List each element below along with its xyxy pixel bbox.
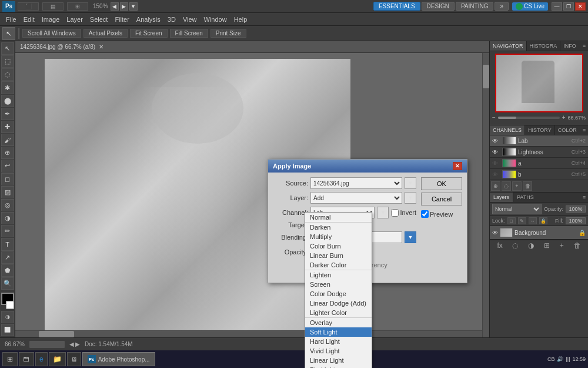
dropdown-item-overlay[interactable]: Overlay [305, 318, 372, 327]
source-arrow[interactable]: ▼ [405, 177, 416, 189]
dropdown-item-darken[interactable]: Darken [305, 223, 372, 232]
channel-eye-lightness[interactable]: 👁 [492, 149, 500, 155]
healing-tool[interactable]: ✚ [1, 121, 14, 133]
lock-position-btn[interactable]: ↔ [529, 217, 537, 224]
dodge-tool[interactable]: ◑ [1, 212, 14, 224]
channel-eye-lab[interactable]: 👁 [492, 138, 500, 144]
zoom-tool[interactable]: 🔍 [1, 277, 14, 290]
lock-transparent-btn[interactable]: □ [507, 217, 516, 224]
design-btn[interactable]: DESIGN [422, 2, 455, 11]
history-tab[interactable]: HISTORY [525, 125, 555, 135]
path-select-tool[interactable]: ↗ [1, 251, 14, 264]
taskbar-photoshop[interactable]: Ps Adobe Photoshop... [82, 352, 155, 366]
panel-menu-icon[interactable]: ≡ [580, 41, 588, 51]
brush-tool[interactable]: 🖌 [1, 134, 14, 146]
background-color[interactable] [6, 301, 14, 309]
taskbar-monitor[interactable]: 🖥 [67, 352, 81, 366]
quick-select-tool[interactable]: ✱ [1, 81, 14, 94]
dropdown-item-darker-color[interactable]: Darker Color [305, 260, 372, 270]
layers-tab[interactable]: Layers [490, 193, 513, 202]
quick-mask-btn[interactable]: ◑ [1, 311, 14, 323]
move-tool[interactable]: ↖ [1, 42, 14, 55]
dropdown-item-vivid-light[interactable]: Vivid Light [305, 346, 372, 356]
scroll-right-btn[interactable]: ▶ [75, 341, 80, 347]
scroll-all-btn[interactable]: Scroll All Windows [22, 29, 81, 38]
delete-channel-btn[interactable]: 🗑 [523, 181, 532, 191]
zoom-in-icon[interactable]: + [562, 114, 566, 121]
start-btn[interactable]: ⊞ [2, 352, 18, 366]
tool-arrow-icon[interactable]: ↖ [2, 27, 15, 40]
new-layer-btn[interactable]: + [560, 241, 564, 250]
menu-layer[interactable]: Layer [63, 15, 86, 24]
add-fx-btn[interactable]: fx [497, 241, 502, 250]
new-group-btn[interactable]: ⊞ [544, 241, 550, 250]
channel-eye-b[interactable]: 👁 [492, 171, 500, 178]
histogram-tab[interactable]: HISTOGRA [527, 41, 561, 51]
zoom-slider[interactable] [498, 117, 560, 119]
minimize-btn[interactable]: — [552, 2, 562, 11]
layer-row-background[interactable]: 👁 Background 🔒 [490, 226, 588, 240]
essentials-btn[interactable]: ESSENTIALS [373, 2, 420, 11]
layers-blend-select[interactable]: Normal [492, 204, 542, 214]
delete-layer-btn[interactable]: 🗑 [574, 241, 581, 250]
dropdown-item-linear-light[interactable]: Linear Light [305, 356, 372, 365]
menu-analysis[interactable]: Analysis [133, 15, 164, 24]
screen-mode-btn[interactable]: ⬜ [1, 324, 14, 336]
dropdown-item-hard-light[interactable]: Hard Light [305, 337, 372, 346]
actual-pixels-btn[interactable]: Actual Pixels [83, 29, 128, 38]
crop-tool[interactable]: ⬤ [1, 95, 14, 107]
opacity-input[interactable] [566, 205, 586, 213]
horizontal-scrollbar[interactable] [15, 330, 482, 337]
dropdown-item-screen[interactable]: Screen [305, 280, 372, 289]
menu-3d[interactable]: 3D [164, 15, 179, 24]
history-brush-tool[interactable]: ↩ [1, 160, 14, 172]
dropdown-item-color-dodge[interactable]: Color Dodge [305, 289, 372, 299]
layers-menu-icon[interactable]: ≡ [580, 193, 588, 202]
lock-all-btn[interactable]: 🔒 [539, 217, 547, 224]
menu-image[interactable]: Image [38, 15, 64, 24]
blending-arrow[interactable]: ▼ [405, 231, 416, 243]
fit-screen-btn[interactable]: Fit Screen [130, 29, 168, 38]
eraser-tool[interactable]: ◻ [1, 173, 14, 185]
menu-edit[interactable]: Edit [20, 15, 38, 24]
channel-row-lab[interactable]: 👁 Lab Ctrl+2 [490, 135, 588, 147]
cs-live-btn[interactable]: CS Live [512, 2, 548, 11]
dialog-close-btn[interactable]: ✕ [453, 162, 462, 170]
info-tab[interactable]: INFO [560, 41, 579, 51]
channels-tab[interactable]: CHANNELS [490, 125, 525, 135]
restore-btn[interactable]: ❐ [563, 2, 574, 11]
dialog-cancel-btn[interactable]: Cancel [421, 193, 462, 205]
layer-eye-icon[interactable]: 👁 [492, 230, 498, 236]
taskbar-show-desktop[interactable]: 🗔 [19, 352, 34, 366]
dropdown-item-soft-light[interactable]: Soft Light [305, 327, 372, 337]
dropdown-item-normal[interactable]: Normal [305, 213, 372, 222]
layer-select[interactable]: Add Subtract [310, 192, 402, 204]
scrollbar-thumb[interactable] [483, 65, 489, 88]
add-mask-btn[interactable]: ◌ [512, 241, 518, 250]
new-adjustment-btn[interactable]: ◑ [528, 241, 534, 250]
dropdown-item-pin-light[interactable]: Pin Light [305, 365, 372, 368]
channel-arrow[interactable]: ▼ [377, 207, 389, 218]
dropdown-item-lighten[interactable]: Lighten [305, 270, 372, 280]
zoom-out-icon[interactable]: − [492, 114, 496, 121]
channel-to-selection-btn[interactable]: ⊕ [491, 181, 500, 191]
more-workspaces-btn[interactable]: » [495, 2, 509, 11]
zoom-down-btn[interactable]: ◀ [111, 2, 119, 11]
channel-row-b[interactable]: 👁 b Ctrl+5 [490, 169, 588, 180]
channel-eye-a[interactable]: 👁 [492, 160, 500, 167]
lasso-tool[interactable]: ◌ [1, 68, 14, 81]
fill-input[interactable] [566, 217, 586, 224]
horizontal-scrollbar-thumb[interactable] [39, 331, 74, 337]
new-channel-btn[interactable]: + [512, 181, 522, 191]
gradient-tool[interactable]: ▨ [1, 186, 14, 198]
type-tool[interactable]: T [1, 238, 14, 250]
taskbar-explorer[interactable]: 📁 [49, 352, 66, 366]
channels-menu-icon[interactable]: ≡ [580, 125, 588, 135]
selection-to-channel-btn[interactable]: ◌ [502, 181, 511, 191]
dropdown-item-multiply[interactable]: Multiply [305, 232, 372, 241]
menu-filter[interactable]: Filter [111, 15, 132, 24]
dialog-ok-btn[interactable]: OK [421, 177, 462, 190]
dropdown-item-lighter-color[interactable]: Lighter Color [305, 308, 372, 317]
layer-arrow[interactable]: ▼ [405, 192, 416, 204]
dialog-title-bar[interactable]: Apply Image ✕ [268, 160, 467, 173]
